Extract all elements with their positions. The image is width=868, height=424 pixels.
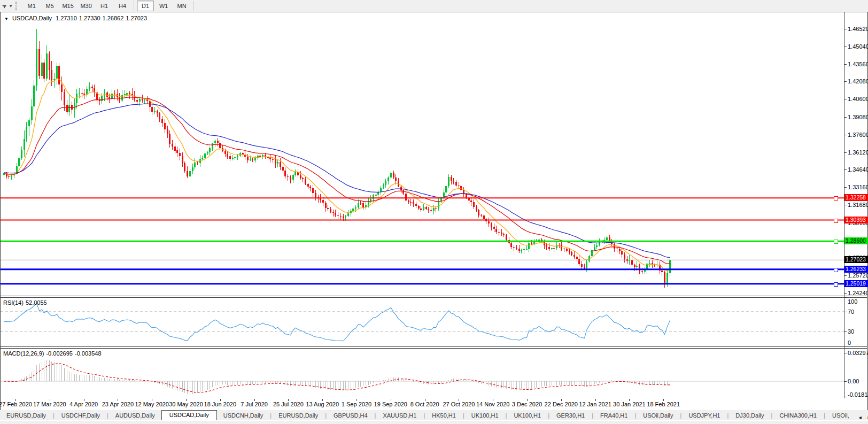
- price-tick-label: 1.46520: [848, 26, 868, 32]
- chart-symbol-label: USDCAD,Daily: [12, 15, 52, 21]
- rsi-indicator-label: RSI(14)52.0055: [3, 299, 49, 306]
- chart-canvas[interactable]: [0, 0, 868, 424]
- date-label: 14 Nov 2020: [476, 401, 509, 407]
- hline-drag-marker[interactable]: [834, 219, 838, 223]
- date-label: 30 Jan 2021: [613, 401, 646, 407]
- price-tick: [844, 169, 847, 170]
- date-label: 7 Jul 2020: [241, 401, 268, 407]
- date-label: 25 Jul 2020: [273, 401, 304, 407]
- price-tick-label: 1.42080: [848, 78, 868, 84]
- price-tick-label: 1.43560: [848, 61, 868, 67]
- price-tick: [844, 152, 847, 153]
- price-tick: [844, 29, 847, 29]
- macd-axis-label: -0.018154: [848, 391, 868, 398]
- pane-separator[interactable]: [1, 297, 867, 298]
- date-label: 4 Apr 2020: [69, 401, 98, 407]
- ma-line-ema-fast: [4, 78, 670, 271]
- hline-price-label[interactable]: 1.25019: [844, 280, 868, 287]
- price-tick-label: 1.34640: [848, 166, 868, 173]
- price-tick: [844, 99, 847, 99]
- price-tick: [844, 293, 847, 294]
- date-axis: 27 Feb 202017 Mar 20204 Apr 202023 Apr 2…: [1, 399, 844, 409]
- ma-line-ema-slow: [4, 104, 670, 257]
- trading-app-window: ➤ ▼ M1 M5 M15 M30 H1 H4 D1 W1 MN ▼ USDCA…: [0, 0, 868, 424]
- price-tick: [844, 135, 847, 135]
- hline-drag-marker[interactable]: [834, 282, 838, 287]
- rsi-tick: [844, 312, 847, 312]
- rsi-axis-label: 100: [848, 298, 857, 305]
- hline-price-label[interactable]: 1.30393: [844, 217, 868, 223]
- price-tick-label: 1.45040: [848, 43, 868, 50]
- price-tick: [844, 47, 847, 47]
- date-label: 3 Dec 2020: [512, 401, 542, 407]
- date-label: 18 Feb 2021: [647, 401, 680, 407]
- macd-axis-label: 0.032972: [848, 350, 868, 356]
- price-tick: [844, 187, 847, 188]
- rsi-axis-label: 0: [848, 340, 851, 346]
- price-tick: [844, 205, 847, 205]
- collapse-chart-icon[interactable]: ▼: [4, 17, 9, 21]
- current-price-label: 1.27023: [844, 256, 868, 263]
- macd-tick: [844, 353, 847, 353]
- macd-signal-value: -0.003548: [75, 350, 102, 357]
- ohlc-low: 1.26862: [103, 15, 124, 21]
- price-tick-label: 1.24240: [848, 290, 868, 296]
- price-axis-line: [844, 12, 844, 398]
- date-label: 17 Mar 2020: [33, 401, 66, 407]
- ohlc-close: 1.27023: [126, 15, 147, 21]
- rsi-tick: [844, 297, 847, 297]
- hline-price-label[interactable]: 1.26233: [844, 266, 868, 273]
- price-tick: [844, 64, 847, 65]
- price-tick-label: 1.40600: [848, 96, 868, 102]
- macd-title: MACD(12,26,9): [3, 350, 44, 357]
- rsi-tick: [844, 332, 847, 332]
- hline-price-label[interactable]: 1.28600: [844, 237, 868, 244]
- price-tick-label: 1.37600: [848, 132, 868, 138]
- price-tick: [844, 81, 847, 82]
- price-tick-label: 1.31680: [848, 202, 868, 208]
- macd-indicator-label: MACD(12,26,9)-0.002695-0.003548: [3, 350, 104, 357]
- date-label: 1 Sep 2020: [342, 401, 371, 407]
- rsi-title: RSI(14): [3, 299, 24, 306]
- macd-tick: [844, 397, 847, 397]
- date-label: 13 Aug 2020: [306, 401, 339, 407]
- date-label: 12 May 2020: [135, 401, 169, 407]
- price-tick: [844, 275, 847, 276]
- pane-separator[interactable]: [1, 348, 867, 349]
- date-label: 8 Oct 2020: [410, 401, 439, 407]
- pane-separator[interactable]: [1, 346, 867, 347]
- date-label: 23 Apr 2020: [102, 401, 134, 407]
- chart-ohlc-header: ▼ USDCAD,Daily 1.273101.273301.268621.27…: [4, 15, 149, 21]
- hline-price-label[interactable]: 1.32258: [844, 194, 868, 201]
- rsi-value: 52.0055: [26, 299, 47, 306]
- macd-tick: [844, 381, 847, 382]
- macd-main-value: -0.002695: [46, 350, 73, 357]
- rsi-axis-label: 30: [848, 328, 854, 335]
- price-tick-label: 1.36120: [848, 149, 868, 156]
- date-label: 27 Feb 2020: [0, 401, 32, 407]
- ma-line-ema-mid: [4, 97, 670, 264]
- ohlc-open: 1.27310: [56, 15, 77, 21]
- rsi-axis-label: 70: [848, 309, 854, 315]
- date-label: 22 Dec 2020: [545, 401, 578, 407]
- ohlc-high: 1.27330: [79, 15, 100, 21]
- price-tick-label: 1.33160: [848, 184, 868, 190]
- date-label: 19 Sep 2020: [374, 401, 407, 407]
- hline-drag-marker[interactable]: [834, 196, 838, 201]
- macd-signal-line: [4, 364, 670, 392]
- date-label: 18 Jun 2020: [204, 401, 237, 407]
- price-tick-label: 1.25720: [848, 272, 868, 279]
- hline-drag-marker[interactable]: [834, 268, 838, 272]
- date-label: 12 Jan 2021: [579, 401, 611, 407]
- price-tick-label: 1.39080: [848, 114, 868, 120]
- hline-drag-marker[interactable]: [834, 240, 838, 244]
- date-label: 30 May 2020: [169, 401, 203, 407]
- date-label: 27 Oct 2020: [443, 401, 475, 407]
- rsi-tick: [844, 346, 847, 347]
- macd-axis-label: 0.00: [848, 378, 859, 384]
- price-tick: [844, 117, 847, 118]
- pane-separator[interactable]: [1, 296, 867, 296]
- rsi-line: [4, 304, 670, 341]
